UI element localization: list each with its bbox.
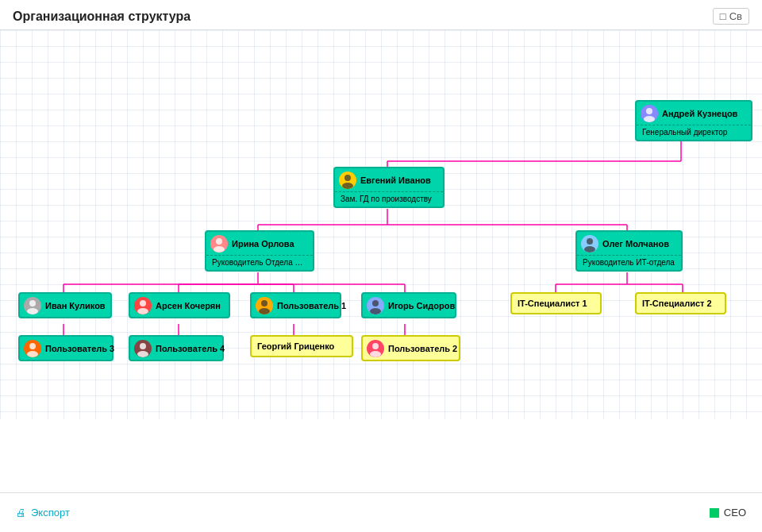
svg-point-47 <box>370 351 381 357</box>
node-ceo[interactable]: Андрей Кузнецов Генеральный директор <box>635 100 752 141</box>
export-button[interactable]: 🖨 Экспорт <box>16 507 70 519</box>
avatar-oleg <box>581 235 598 253</box>
svg-point-28 <box>344 175 351 181</box>
oleg-name: Олег Молчанов <box>602 239 669 249</box>
deputy-name: Евгений Иванов <box>360 175 431 185</box>
deputy-role: Зам. ГД по производству <box>335 191 443 206</box>
svg-point-27 <box>644 116 655 122</box>
avatar-deputy <box>339 172 356 189</box>
avatar-ivan <box>24 297 41 314</box>
node-it-spec2[interactable]: IT-Специалист 2 <box>635 292 726 314</box>
header: Организационная структура □ Св <box>0 0 762 30</box>
node-user4[interactable]: Пользователь 4 <box>129 335 224 361</box>
avatar-irina <box>210 235 228 253</box>
node-arsen[interactable]: Арсен Кочерян <box>129 292 230 318</box>
ceo-role: Генеральный директор <box>637 125 751 140</box>
collapse-button[interactable]: □ Св <box>713 8 749 25</box>
avatar-user4 <box>134 340 152 357</box>
svg-point-45 <box>137 351 148 357</box>
user4-name: Пользователь 4 <box>156 344 225 353</box>
node-georgy[interactable]: Георгий Гриценко <box>250 335 353 357</box>
avatar-user2 <box>367 340 384 357</box>
it-spec2-name: IT-Специалист 2 <box>642 299 712 308</box>
printer-icon: 🖨 <box>16 507 26 519</box>
georgy-name: Георгий Гриценко <box>257 341 334 351</box>
svg-point-46 <box>372 343 379 349</box>
avatar-arsen <box>134 297 152 314</box>
avatar-igor <box>367 297 384 314</box>
user2-name: Пользователь 2 <box>388 344 457 353</box>
svg-point-33 <box>584 246 595 253</box>
arsen-name: Арсен Кочерян <box>156 301 221 310</box>
node-user1[interactable]: Пользователь 1 <box>250 292 341 318</box>
svg-point-36 <box>140 300 146 306</box>
node-user2[interactable]: Пользователь 2 <box>361 335 460 361</box>
svg-point-35 <box>27 308 38 314</box>
footer: 🖨 Экспорт CEO <box>0 492 762 532</box>
svg-point-40 <box>372 300 379 306</box>
avatar-user3 <box>24 340 41 357</box>
svg-point-26 <box>646 108 652 114</box>
user1-name: Пользователь 1 <box>277 301 346 310</box>
svg-point-41 <box>370 308 381 314</box>
ivan-name: Иван Куликов <box>45 301 106 310</box>
svg-point-37 <box>137 308 148 314</box>
legend-dot <box>710 508 719 518</box>
svg-point-38 <box>261 300 267 306</box>
node-oleg[interactable]: Олег Молчанов Руководитель ИТ-отдела <box>575 230 683 272</box>
legend: CEO <box>710 507 746 519</box>
igor-name: Игорь Сидоров <box>388 301 455 310</box>
svg-point-34 <box>29 300 36 306</box>
node-it-spec1[interactable]: IT-Специалист 1 <box>510 292 602 314</box>
avatar-ceo <box>641 105 658 122</box>
avatar-user1 <box>256 297 273 314</box>
page-title: Организационная структура <box>13 10 190 24</box>
node-ivan[interactable]: Иван Куликов <box>18 292 112 318</box>
user3-name: Пользователь 3 <box>45 344 114 353</box>
node-deputy[interactable]: Евгений Иванов Зам. ГД по производству <box>333 167 444 208</box>
org-chart-canvas: Андрей Кузнецов Генеральный директор Евг… <box>0 30 762 419</box>
it-spec1-name: IT-Специалист 1 <box>518 299 587 308</box>
svg-point-39 <box>259 308 270 314</box>
svg-point-44 <box>140 343 146 349</box>
svg-point-32 <box>587 238 593 245</box>
svg-point-31 <box>214 246 225 253</box>
irina-role: Руководитель Отдела марке... <box>206 255 313 270</box>
node-irina[interactable]: Ирина Орлова Руководитель Отдела марке..… <box>205 230 314 272</box>
ceo-name: Андрей Кузнецов <box>662 109 737 118</box>
svg-point-43 <box>27 351 38 357</box>
svg-point-42 <box>29 343 36 349</box>
svg-point-29 <box>342 183 353 189</box>
svg-point-30 <box>216 238 222 245</box>
irina-name: Ирина Орлова <box>232 239 294 249</box>
collapse-icon: □ <box>720 10 726 22</box>
node-igor[interactable]: Игорь Сидоров <box>361 292 456 318</box>
oleg-role: Руководитель ИТ-отдела <box>577 255 681 270</box>
node-user3[interactable]: Пользователь 3 <box>18 335 114 361</box>
